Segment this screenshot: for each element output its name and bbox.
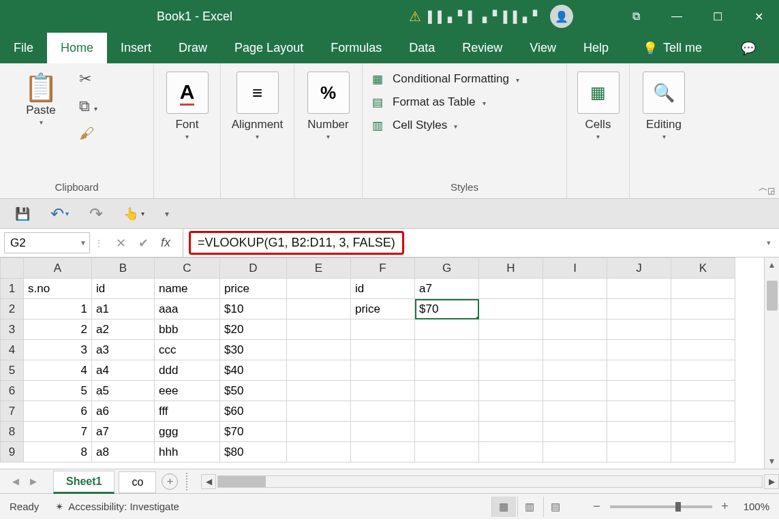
cell-K8[interactable] xyxy=(671,422,735,442)
tab-home[interactable]: Home xyxy=(47,33,107,63)
cell-H3[interactable] xyxy=(479,319,543,340)
cell-F8[interactable] xyxy=(351,422,415,442)
cell-H1[interactable] xyxy=(479,279,543,299)
col-header-A[interactable]: A xyxy=(24,258,92,279)
cell-G8[interactable] xyxy=(415,422,479,442)
col-header-I[interactable]: I xyxy=(543,258,607,279)
cell-D9[interactable]: $80 xyxy=(220,442,287,463)
tab-draw[interactable]: Draw xyxy=(165,33,221,63)
undo-button[interactable]: ↶▾ xyxy=(50,204,69,223)
cell-B2[interactable]: a1 xyxy=(92,299,155,319)
cell-F7[interactable] xyxy=(351,401,415,422)
cell-D8[interactable]: $70 xyxy=(220,422,287,442)
scroll-left-button[interactable]: ◀ xyxy=(201,474,216,489)
cell-B4[interactable]: a3 xyxy=(92,340,155,360)
cell-G4[interactable] xyxy=(415,340,479,360)
cell-K6[interactable] xyxy=(671,381,735,401)
col-header-G[interactable]: G xyxy=(415,258,479,279)
ribbon-display-options[interactable]: ⧉ xyxy=(615,0,656,33)
cell-I2[interactable] xyxy=(543,299,607,319)
redo-button[interactable]: ↷ xyxy=(89,204,103,223)
cell-I5[interactable] xyxy=(543,360,607,381)
cell-C2[interactable]: aaa xyxy=(155,299,220,319)
row-header-6[interactable]: 6 xyxy=(1,381,24,401)
cell-K1[interactable] xyxy=(671,279,735,299)
accessibility-checker[interactable]: ✴ Accessibility: Investigate xyxy=(55,501,179,513)
col-header-D[interactable]: D xyxy=(220,258,287,279)
cell-F2[interactable]: price xyxy=(351,299,415,319)
cell-C3[interactable]: bbb xyxy=(155,319,220,340)
cell-C9[interactable]: hhh xyxy=(155,442,220,463)
cancel-formula-button[interactable]: ✕ xyxy=(116,236,126,251)
page-layout-view-button[interactable]: ▥ xyxy=(517,497,542,517)
vertical-scroll-thumb[interactable] xyxy=(767,281,778,311)
cell-J3[interactable] xyxy=(607,319,671,340)
cell-K7[interactable] xyxy=(671,401,735,422)
cell-J9[interactable] xyxy=(607,442,671,463)
row-header-1[interactable]: 1 xyxy=(1,279,24,299)
cell-G6[interactable] xyxy=(415,381,479,401)
cut-button[interactable]: ✂ xyxy=(79,70,91,88)
close-button[interactable]: ✕ xyxy=(738,0,779,33)
cell-D5[interactable]: $40 xyxy=(220,360,287,381)
format-painter-button[interactable]: 🖌 xyxy=(79,125,94,142)
cell-E9[interactable] xyxy=(287,442,351,463)
cell-A6[interactable]: 5 xyxy=(24,381,92,401)
cell-H5[interactable] xyxy=(479,360,543,381)
tab-file[interactable]: File xyxy=(0,33,47,63)
expand-formula-bar[interactable]: ▾ xyxy=(767,238,771,247)
cell-D1[interactable]: price xyxy=(220,279,287,299)
paste-button[interactable]: 📋 Paste ▾ xyxy=(7,69,75,126)
zoom-out-button[interactable]: − xyxy=(591,499,603,514)
cell-A3[interactable]: 2 xyxy=(24,319,92,340)
cell-I1[interactable] xyxy=(543,279,607,299)
row-header-5[interactable]: 5 xyxy=(1,360,24,381)
cell-J5[interactable] xyxy=(607,360,671,381)
vertical-scrollbar[interactable]: ▲ ▼ xyxy=(764,257,779,469)
cell-K9[interactable] xyxy=(671,442,735,463)
cell-I8[interactable] xyxy=(543,422,607,442)
cell-H7[interactable] xyxy=(479,401,543,422)
tab-view[interactable]: View xyxy=(516,33,570,63)
cell-C6[interactable]: eee xyxy=(155,381,220,401)
cell-F6[interactable] xyxy=(351,381,415,401)
maximize-button[interactable]: ☐ xyxy=(697,0,738,33)
cell-B9[interactable]: a8 xyxy=(92,442,155,463)
add-sheet-button[interactable]: ＋ xyxy=(162,473,178,490)
copy-button[interactable]: ⧉ ▾ xyxy=(79,97,97,115)
alignment-button[interactable]: ≡ Alignment ▾ xyxy=(228,69,287,140)
col-header-E[interactable]: E xyxy=(287,258,351,279)
cell-J2[interactable] xyxy=(607,299,671,319)
cell-I9[interactable] xyxy=(543,442,607,463)
cell-H6[interactable] xyxy=(479,381,543,401)
font-button[interactable]: A Font ▾ xyxy=(161,69,213,140)
cell-E1[interactable] xyxy=(287,279,351,299)
cell-A8[interactable]: 7 xyxy=(24,422,92,442)
zoom-slider-handle[interactable] xyxy=(675,502,681,512)
col-header-F[interactable]: F xyxy=(351,258,415,279)
row-header-9[interactable]: 9 xyxy=(1,442,24,463)
tab-help[interactable]: Help xyxy=(570,33,622,63)
cell-E7[interactable] xyxy=(287,401,351,422)
account-icon[interactable]: 👤 xyxy=(550,5,573,28)
cells-button[interactable]: ▦ Cells ▾ xyxy=(574,69,622,140)
row-header-8[interactable]: 8 xyxy=(1,422,24,442)
cell-D6[interactable]: $50 xyxy=(220,381,287,401)
chevron-down-icon[interactable]: ▼ xyxy=(80,239,87,247)
cell-J7[interactable] xyxy=(607,401,671,422)
cell-C7[interactable]: fff xyxy=(155,401,220,422)
cell-F3[interactable] xyxy=(351,319,415,340)
cell-B6[interactable]: a5 xyxy=(92,381,155,401)
row-header-3[interactable]: 3 xyxy=(1,319,24,340)
cell-D2[interactable]: $10 xyxy=(220,299,287,319)
sheet-nav-next[interactable]: ▶ xyxy=(30,476,37,486)
col-header-B[interactable]: B xyxy=(92,258,155,279)
cell-G2[interactable]: $70 xyxy=(415,299,479,319)
tab-insert[interactable]: Insert xyxy=(107,33,165,63)
scroll-right-button[interactable]: ▶ xyxy=(764,474,779,489)
tab-page-layout[interactable]: Page Layout xyxy=(221,33,317,63)
format-as-table-button[interactable]: ▤ Format as Table ▾ xyxy=(369,95,519,110)
cell-G5[interactable] xyxy=(415,360,479,381)
cell-C1[interactable]: name xyxy=(155,279,220,299)
cell-B8[interactable]: a7 xyxy=(92,422,155,442)
